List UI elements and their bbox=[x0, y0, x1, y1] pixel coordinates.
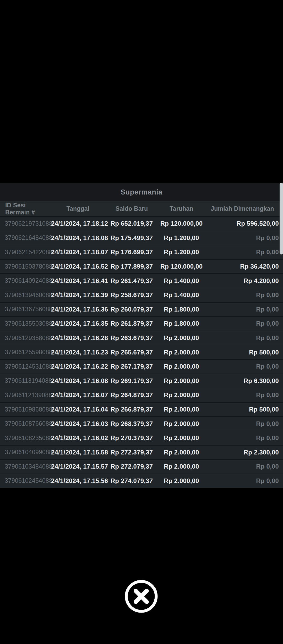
cell-date: 24/1/2024, 17.16.07 bbox=[51, 391, 105, 399]
cell-session-id: 37906150378088 bbox=[0, 263, 51, 270]
cell-session-id: 37906125598088 bbox=[0, 349, 51, 356]
cell-date: 24/1/2024, 17.16.04 bbox=[51, 406, 105, 413]
cell-session-id: 37906102454088 bbox=[0, 477, 51, 484]
cell-date: 24/1/2024, 17.15.58 bbox=[51, 449, 105, 456]
cell-session-id: 37906135503088 bbox=[0, 320, 51, 327]
cell-new-balance: Rp 258.679,37 bbox=[105, 291, 159, 299]
cell-new-balance: Rp 176.699,37 bbox=[105, 248, 159, 256]
cell-amount-won: Rp 500,00 bbox=[204, 406, 283, 413]
column-header-amount-won: Jumlah Dimenangkan bbox=[204, 205, 283, 212]
cell-session-id: 37906219731088 bbox=[0, 220, 51, 227]
cell-bet: Rp 2.000,00 bbox=[159, 334, 204, 342]
cell-session-id: 37906140924088 bbox=[0, 277, 51, 284]
cell-session-id: 37906129358088 bbox=[0, 335, 51, 342]
table-row: 37906129358088 24/1/2024, 17.16.28 Rp 26… bbox=[0, 331, 283, 345]
cell-bet: Rp 1.400,00 bbox=[159, 277, 204, 285]
cell-session-id: 37906124531088 bbox=[0, 363, 51, 370]
cell-session-id: 37906108766088 bbox=[0, 420, 51, 427]
cell-date: 24/1/2024, 17.16.35 bbox=[51, 320, 105, 327]
cell-date: 24/1/2024, 17.18.07 bbox=[51, 248, 105, 256]
cell-amount-won: Rp 0,00 bbox=[204, 248, 283, 256]
table-row: 37906103484088 24/1/2024, 17.15.57 Rp 27… bbox=[0, 459, 283, 474]
cell-date: 24/1/2024, 17.18.08 bbox=[51, 234, 105, 242]
cell-new-balance: Rp 261.879,37 bbox=[105, 320, 159, 327]
cell-new-balance: Rp 270.379,37 bbox=[105, 434, 159, 442]
cell-bet: Rp 120.000,00 bbox=[159, 263, 204, 270]
table-row: 37906112139088 24/1/2024, 17.16.07 Rp 26… bbox=[0, 388, 283, 402]
cell-bet: Rp 1.800,00 bbox=[159, 320, 204, 327]
table-row: 37906139460088 24/1/2024, 17.16.39 Rp 25… bbox=[0, 288, 283, 302]
cell-date: 24/1/2024, 17.16.39 bbox=[51, 291, 105, 299]
table-row: 37906216484088 24/1/2024, 17.18.08 Rp 17… bbox=[0, 231, 283, 245]
cell-new-balance: Rp 267.179,37 bbox=[105, 363, 159, 370]
cell-session-id: 37906103484088 bbox=[0, 463, 51, 470]
cell-bet: Rp 2.000,00 bbox=[159, 363, 204, 370]
table-body: 37906219731088 24/1/2024, 17.18.12 Rp 65… bbox=[0, 216, 283, 488]
cell-bet: Rp 1.800,00 bbox=[159, 306, 204, 313]
cell-date: 24/1/2024, 17.16.36 bbox=[51, 306, 105, 313]
table-row: 37906135503088 24/1/2024, 17.16.35 Rp 26… bbox=[0, 316, 283, 331]
cell-amount-won: Rp 4.200,00 bbox=[204, 277, 283, 285]
table-row: 37906125598088 24/1/2024, 17.16.23 Rp 26… bbox=[0, 345, 283, 359]
cell-date: 24/1/2024, 17.18.12 bbox=[51, 220, 105, 227]
cell-date: 24/1/2024, 17.16.08 bbox=[51, 377, 105, 385]
cell-bet: Rp 2.000,00 bbox=[159, 420, 204, 428]
cell-amount-won: Rp 0,00 bbox=[204, 306, 283, 313]
cell-new-balance: Rp 177.899,37 bbox=[105, 263, 159, 270]
cell-new-balance: Rp 265.679,37 bbox=[105, 349, 159, 356]
cell-date: 24/1/2024, 17.16.03 bbox=[51, 420, 105, 428]
modal-titlebar: Supermania bbox=[0, 183, 283, 201]
cell-bet: Rp 2.000,00 bbox=[159, 349, 204, 356]
cell-new-balance: Rp 269.179,37 bbox=[105, 377, 159, 385]
cell-new-balance: Rp 272.079,37 bbox=[105, 463, 159, 470]
cell-new-balance: Rp 274.079,37 bbox=[105, 477, 159, 485]
cell-session-id: 37906113194088 bbox=[0, 377, 51, 384]
table-row: 37906113194088 24/1/2024, 17.16.08 Rp 26… bbox=[0, 374, 283, 388]
table-row: 37906108766088 24/1/2024, 17.16.03 Rp 26… bbox=[0, 416, 283, 431]
cell-bet: Rp 1.400,00 bbox=[159, 291, 204, 299]
scrollbar-thumb[interactable] bbox=[280, 183, 283, 254]
cell-session-id: 37906109868088 bbox=[0, 406, 51, 413]
cell-new-balance: Rp 268.379,37 bbox=[105, 420, 159, 428]
table-row: 37906108235088 24/1/2024, 17.16.02 Rp 27… bbox=[0, 431, 283, 445]
table-row: 37906219731088 24/1/2024, 17.18.12 Rp 65… bbox=[0, 216, 283, 231]
cell-date: 24/1/2024, 17.15.57 bbox=[51, 463, 105, 470]
cell-bet: Rp 2.000,00 bbox=[159, 449, 204, 456]
column-header-date: Tanggal bbox=[51, 205, 105, 212]
cell-date: 24/1/2024, 17.16.52 bbox=[51, 263, 105, 270]
cell-new-balance: Rp 263.679,37 bbox=[105, 334, 159, 342]
cell-session-id: 37906108235088 bbox=[0, 435, 51, 442]
screen-background: Supermania ID Sesi Bermain # Tanggal Sal… bbox=[0, 0, 283, 644]
table-row: 37906150378088 24/1/2024, 17.16.52 Rp 17… bbox=[0, 259, 283, 274]
cell-bet: Rp 1.200,00 bbox=[159, 248, 204, 256]
cell-amount-won: Rp 0,00 bbox=[204, 291, 283, 299]
table-row: 37906104099088 24/1/2024, 17.15.58 Rp 27… bbox=[0, 445, 283, 459]
cell-amount-won: Rp 0,00 bbox=[204, 391, 283, 399]
cell-amount-won: Rp 0,00 bbox=[204, 420, 283, 428]
table-row: 37906102454088 24/1/2024, 17.15.56 Rp 27… bbox=[0, 474, 283, 488]
cell-bet: Rp 2.000,00 bbox=[159, 463, 204, 470]
cell-amount-won: Rp 0,00 bbox=[204, 320, 283, 327]
cell-amount-won: Rp 0,00 bbox=[204, 334, 283, 342]
cell-session-id: 37906136756088 bbox=[0, 306, 51, 313]
table-header-row: ID Sesi Bermain # Tanggal Saldo Baru Tar… bbox=[0, 201, 283, 216]
column-header-new-balance: Saldo Baru bbox=[105, 205, 159, 212]
cell-bet: Rp 2.000,00 bbox=[159, 391, 204, 399]
cell-bet: Rp 2.000,00 bbox=[159, 434, 204, 442]
cell-amount-won: Rp 6.300,00 bbox=[204, 377, 283, 385]
cell-date: 24/1/2024, 17.16.41 bbox=[51, 277, 105, 285]
cell-amount-won: Rp 36.420,00 bbox=[204, 263, 283, 270]
close-button[interactable] bbox=[124, 579, 159, 614]
table-row: 37906140924088 24/1/2024, 17.16.41 Rp 26… bbox=[0, 273, 283, 288]
cell-new-balance: Rp 260.079,37 bbox=[105, 306, 159, 313]
cell-amount-won: Rp 596.520,00 bbox=[204, 220, 283, 227]
cell-amount-won: Rp 0,00 bbox=[204, 234, 283, 242]
cell-bet: Rp 120.000,00 bbox=[159, 220, 204, 227]
column-header-bet: Taruhan bbox=[159, 205, 204, 212]
circle-x-icon bbox=[124, 579, 159, 614]
cell-session-id: 37906216484088 bbox=[0, 234, 51, 241]
cell-amount-won: Rp 0,00 bbox=[204, 477, 283, 485]
cell-new-balance: Rp 652.019,37 bbox=[105, 220, 159, 227]
cell-amount-won: Rp 0,00 bbox=[204, 434, 283, 442]
cell-date: 24/1/2024, 17.16.02 bbox=[51, 434, 105, 442]
